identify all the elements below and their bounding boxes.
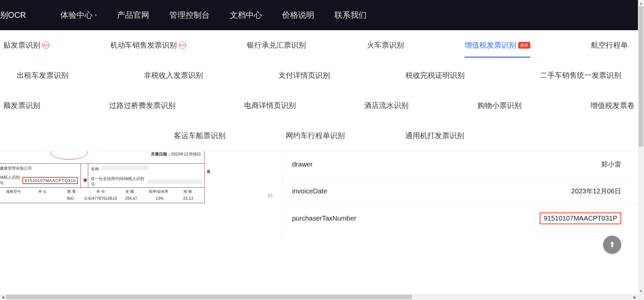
col-amount: 金 额 — [115, 189, 144, 194]
tab-label: 额发票识别 — [3, 101, 40, 111]
tab-label: 电商详情页识别 — [244, 101, 296, 111]
horizontal-scrollbar[interactable]: ◀ ▶ — [0, 294, 638, 300]
result-key: purchaserTaxNumber — [292, 215, 433, 222]
tab-general-machine-invoice[interactable]: 通用机打发票识别 — [402, 131, 468, 141]
tab-label: 网约车行程单识别 — [286, 131, 345, 141]
tab-label: 客运车船票识别 — [174, 131, 225, 141]
val-price: 0.4247787610619 — [85, 196, 117, 201]
tab-train-ticket[interactable]: 火车票识别 — [364, 40, 407, 50]
demo-content: 广西壮族自治区税务局 开票日期：2023年12月06日 健康管理有限公司 纳税人… — [0, 151, 638, 238]
process-arrow-icon: » — [258, 151, 282, 238]
invoice-issue-date: 开票日期：2023年12月06日 — [151, 152, 201, 157]
tab-bank-acceptance[interactable]: 银行承兑汇票识别 — [244, 40, 309, 50]
ocr-type-tabs: 贴发票识别 HOT 机动车销售发票识别 HOT 银行承兑汇票识别 火车票识别 增… — [0, 30, 638, 151]
scroll-track[interactable] — [6, 294, 632, 300]
col-spec: 规格型号 — [0, 189, 28, 194]
tab-payment-detail[interactable]: 支付详情页识别 — [275, 70, 333, 80]
nav-label: 联系我们 — [334, 10, 367, 20]
scrollbar-corner — [638, 294, 644, 300]
nav-items: 体验中心 ▾ 产品官网 管理控制台 文档中心 价格说明 联系我们 — [60, 10, 367, 20]
seller-tax-redacted — [148, 179, 202, 184]
tab-label: 非税收入发票识别 — [144, 70, 203, 80]
tab-ridehailing-itinerary[interactable]: 网约车行程单识别 — [282, 131, 348, 141]
nav-label: 管理控制台 — [169, 10, 210, 20]
nav-product-site[interactable]: 产品官网 — [117, 10, 149, 20]
nav-label: 产品官网 — [117, 10, 149, 20]
col-taxrate: 税率/征收率 — [144, 189, 173, 194]
val-unit — [28, 196, 56, 201]
hot-badge-icon: HOT — [42, 42, 50, 49]
nav-contact[interactable]: 联系我们 — [334, 10, 367, 20]
tab-shopping-receipt[interactable]: 购物小票识别 — [474, 101, 525, 111]
tab-vat-invoice[interactable]: 增值税发票识别 推荐 — [461, 40, 534, 50]
tab-label: 出租车发票识别 — [17, 70, 68, 80]
nav-label: 体验中心 — [60, 10, 93, 20]
tab-taxi-invoice[interactable]: 出租车发票识别 — [13, 70, 72, 80]
result-key: drawer — [292, 161, 433, 168]
result-key: invoiceDate — [292, 187, 433, 195]
brand-logo-partial: 别OCR — [0, 10, 34, 20]
val-amount: 254.87 — [117, 196, 145, 201]
tab-label: 银行承兑汇票识别 — [247, 40, 306, 50]
tab-tax-payment-cert[interactable]: 税收完税证明识别 — [402, 70, 468, 80]
invoice-preview-panel: 广西壮族自治区税务局 开票日期：2023年12月06日 健康管理有限公司 纳税人… — [0, 151, 258, 238]
tab-toll-invoice[interactable]: 过路过桥费发票识别 — [106, 101, 179, 111]
tab-label: 支付详情页识别 — [278, 70, 330, 80]
tab-label: 增值税发票卷 — [590, 101, 635, 111]
tab-tiefapiao[interactable]: 贴发票识别 HOT — [0, 40, 53, 50]
result-value: 2023年12月06日 — [433, 187, 621, 196]
val-tax: 33.13 — [174, 196, 202, 201]
recommend-badge: 推荐 — [518, 42, 530, 49]
nav-console[interactable]: 管理控制台 — [169, 10, 210, 20]
tab-vat-roll[interactable]: 增值税发票卷 — [587, 101, 638, 111]
tab-label: 二手车销售统一发票识别 — [540, 70, 621, 80]
result-row-drawer: drawer 郑小雷 — [282, 151, 638, 178]
nav-label: 价格说明 — [282, 10, 314, 20]
nav-label: 文档中心 — [230, 10, 262, 20]
nav-docs[interactable]: 文档中心 — [230, 10, 262, 20]
tab-ecommerce-detail[interactable]: 电商详情页识别 — [241, 101, 299, 111]
tab-passenger-ticket[interactable]: 客运车船票识别 — [170, 131, 229, 141]
scroll-thumb[interactable] — [6, 295, 412, 299]
arrow-up-icon: ⬆ — [609, 240, 615, 249]
result-value-highlight: 91510107MAACPT031P — [540, 213, 621, 224]
seller-tax-label: 统一社会信用代码/纳税人识别号: — [91, 176, 146, 187]
tab-label: 航空行程单 — [591, 40, 628, 50]
tab-label: 增值税发票识别 — [465, 40, 516, 50]
tab-label: 机动车销售发票识别 — [110, 40, 177, 50]
ocr-result-panel: drawer 郑小雷 invoiceDate 2023年12月06日 purch… — [282, 151, 638, 238]
nav-experience-center[interactable]: 体验中心 ▾ — [60, 10, 97, 20]
tab-motor-vehicle-invoice[interactable]: 机动车销售发票识别 HOT — [107, 40, 190, 50]
scroll-right-button[interactable]: ▶ — [632, 294, 638, 300]
scroll-up-button[interactable]: ▲ — [638, 0, 644, 6]
col-tax: 税 额 — [173, 189, 202, 194]
result-row-invoice-date: invoiceDate 2023年12月06日 — [282, 178, 638, 205]
seller-name-label: 名称: — [91, 167, 100, 171]
date-value: 2023年12月06日 — [171, 152, 201, 157]
scroll-left-button[interactable]: ◀ — [0, 294, 6, 300]
tab-label: 酒店流水识别 — [364, 101, 409, 111]
tax-id-label: 纳税人识别号: — [0, 175, 21, 186]
tab-label: 通用机打发票识别 — [405, 131, 464, 141]
scroll-down-button[interactable]: ▼ — [638, 288, 644, 294]
col-qty: 数 量 — [57, 189, 86, 194]
val-spec — [0, 196, 28, 201]
back-to-top-button[interactable]: ⬆ — [603, 236, 621, 254]
vertical-scrollbar[interactable]: ▲ ▼ — [638, 0, 644, 294]
chevron-down-icon: ▾ — [95, 12, 97, 18]
result-value: 郑小雷 — [433, 160, 621, 169]
scroll-thumb[interactable] — [639, 6, 643, 147]
tab-air-itinerary[interactable]: 航空行程单 — [588, 40, 631, 50]
tab-label: 过路过桥费发票识别 — [109, 101, 175, 111]
date-label: 开票日期： — [151, 152, 171, 157]
top-navbar: 别OCR 体验中心 ▾ 产品官网 管理控制台 文档中心 价格说明 联系我们 — [0, 0, 638, 30]
hot-badge-icon: HOT — [179, 42, 186, 49]
seller-name-redacted — [101, 166, 148, 170]
tab-label: 火车票识别 — [367, 40, 404, 50]
scroll-track[interactable] — [638, 6, 644, 288]
tab-usedcar-invoice[interactable]: 二手车销售统一发票识别 — [537, 70, 625, 80]
tab-nontax-income[interactable]: 非税收入发票识别 — [141, 70, 206, 80]
nav-pricing[interactable]: 价格说明 — [282, 10, 314, 20]
tab-hotel-folio[interactable]: 酒店流水识别 — [361, 101, 412, 111]
tab-quota-invoice[interactable]: 额发票识别 — [0, 101, 44, 111]
